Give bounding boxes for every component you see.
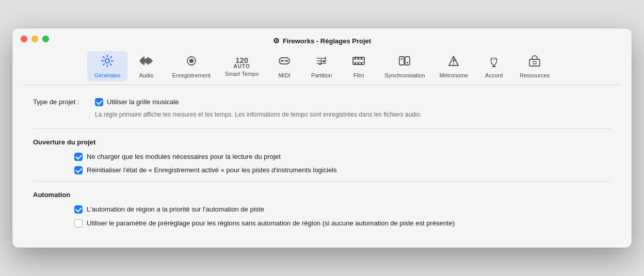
tab-ressources-label: Ressources (520, 72, 550, 78)
tab-partition[interactable]: Partition (303, 51, 340, 82)
svg-point-0 (105, 59, 109, 63)
metronome-icon (447, 54, 460, 71)
project-type-label: Type de projet : (33, 98, 90, 106)
tab-synchronisation[interactable]: Synchronisation (377, 51, 432, 82)
load-modules-checkbox[interactable] (74, 153, 83, 161)
svg-rect-20 (399, 57, 404, 65)
main-content: Type de projet : Utiliser la grille musi… (12, 85, 632, 248)
gear-icon (101, 54, 114, 71)
tab-audio[interactable]: Audio (127, 51, 165, 82)
accord-icon (487, 54, 501, 71)
svg-point-25 (453, 60, 455, 62)
reset-record-label: Réinitialiser l'état de « Enregistrement… (87, 166, 337, 175)
project-type-option: Utiliser la grille musicale (95, 98, 179, 106)
smart-tempo-icon: 120 AUTO (234, 56, 250, 69)
traffic-lights (21, 36, 49, 42)
close-button[interactable] (21, 36, 27, 42)
divider-1 (33, 128, 611, 129)
film-icon (352, 54, 365, 71)
ouverture-section: Ouverture du projet Ne charger que les m… (33, 138, 611, 175)
reset-record-checkbox[interactable] (74, 166, 83, 174)
title-bar: ⚙ Fireworks - Réglages Projet (12, 28, 632, 47)
project-type-row: Type de projet : Utiliser la grille musi… (33, 98, 611, 106)
use-preset-checkbox[interactable] (74, 219, 83, 228)
minimize-button[interactable] (31, 36, 38, 42)
load-modules-label: Ne charger que les modules nécessaires p… (87, 152, 281, 161)
tab-midi[interactable]: MIDI (266, 51, 303, 82)
region-priority-checkbox[interactable] (74, 205, 83, 214)
svg-rect-15 (358, 57, 359, 59)
tab-accord-label: Accord (485, 72, 503, 78)
use-musical-grid-checkbox[interactable] (95, 98, 103, 106)
automation-item-1: Utiliser le paramètre de préréglage pour… (74, 219, 611, 228)
tab-film[interactable]: Film (340, 51, 377, 82)
automation-section: Automation L'automation de région a la p… (33, 191, 611, 228)
ouverture-title: Ouverture du projet (33, 138, 611, 146)
tab-enregistrement-label: Enregistrement (172, 72, 211, 78)
region-priority-label: L'automation de région a la priorité sur… (87, 205, 264, 214)
svg-rect-16 (361, 57, 362, 59)
svg-rect-21 (405, 57, 410, 65)
tab-generales-label: Générales (94, 72, 121, 78)
maximize-button[interactable] (42, 36, 49, 42)
tab-audio-label: Audio (139, 72, 153, 78)
tab-partition-label: Partition (311, 72, 332, 78)
window-title: ⚙ Fireworks - Réglages Projet (273, 37, 371, 45)
main-window: ⚙ Fireworks - Réglages Projet Générales (12, 28, 632, 248)
resources-icon (528, 54, 541, 71)
toolbar: Générales Audio Enregistrement (12, 47, 632, 82)
tab-generales[interactable]: Générales (87, 51, 128, 82)
tab-metronome[interactable]: Métronome (432, 51, 476, 82)
record-icon (185, 54, 198, 71)
tab-accord[interactable]: Accord (475, 51, 512, 82)
ouverture-item-1: Réinitialiser l'état de « Enregistrement… (74, 166, 611, 175)
svg-rect-19 (361, 62, 362, 64)
partition-icon (315, 54, 328, 71)
svg-rect-31 (533, 61, 536, 64)
svg-rect-17 (355, 62, 356, 64)
use-musical-grid-label: Utiliser la grille musicale (107, 98, 179, 106)
ouverture-item-0: Ne charger que les modules nécessaires p… (74, 152, 611, 161)
use-preset-label: Utiliser le paramètre de préréglage pour… (87, 219, 455, 228)
svg-rect-30 (529, 59, 540, 66)
tab-enregistrement[interactable]: Enregistrement (165, 51, 218, 82)
window-title-icon: ⚙ (273, 37, 280, 45)
window-title-text: Fireworks - Réglages Projet (283, 37, 371, 45)
divider-2 (33, 181, 611, 182)
svg-rect-18 (358, 62, 359, 64)
waveform-icon (139, 54, 153, 71)
automation-item-0: L'automation de région a la priorité sur… (74, 205, 611, 214)
tab-ressources[interactable]: Ressources (512, 51, 557, 82)
svg-rect-14 (355, 57, 356, 59)
automation-title: Automation (33, 191, 611, 199)
tab-smart-tempo[interactable]: 120 AUTO Smart Tempo (218, 53, 266, 80)
project-type-description: La règle primaire affiche les mesures et… (95, 110, 611, 119)
sync-icon (398, 54, 411, 71)
svg-point-2 (189, 59, 194, 63)
tab-metronome-label: Métronome (440, 72, 469, 78)
tab-synchronisation-label: Synchronisation (384, 72, 425, 78)
midi-icon (278, 54, 291, 71)
tab-film-label: Film (353, 72, 364, 78)
tab-smart-tempo-label: Smart Tempo (225, 71, 259, 77)
tab-midi-label: MIDI (279, 72, 291, 78)
